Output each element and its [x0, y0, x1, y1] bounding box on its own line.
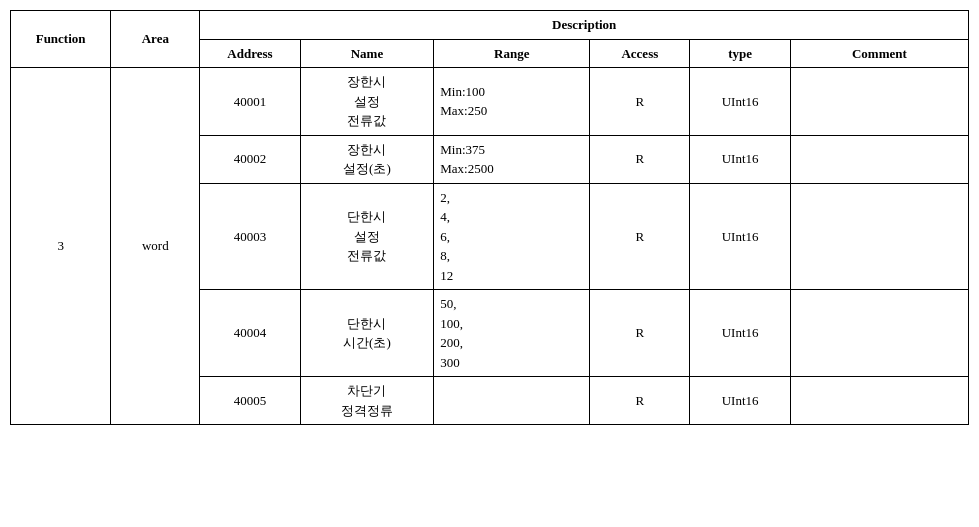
address-header: Address: [200, 39, 300, 68]
description-header: Description: [200, 11, 969, 40]
name-header: Name: [300, 39, 434, 68]
access-cell: R: [590, 183, 690, 290]
table-row: 3 word 40001 장한시설정전류값 Min:100Max:250 R U…: [11, 68, 969, 136]
function-cell: 3: [11, 68, 111, 425]
comment-cell: [790, 135, 968, 183]
address-cell: 40004: [200, 290, 300, 377]
access-header: Access: [590, 39, 690, 68]
type-cell: UInt16: [690, 290, 790, 377]
access-cell: R: [590, 377, 690, 425]
type-cell: UInt16: [690, 377, 790, 425]
address-cell: 40005: [200, 377, 300, 425]
address-cell: 40001: [200, 68, 300, 136]
function-header: Function: [11, 11, 111, 68]
name-cell: 차단기정격정류: [300, 377, 434, 425]
range-cell: 2,4,6,8,12: [434, 183, 590, 290]
comment-cell: [790, 290, 968, 377]
area-cell: word: [111, 68, 200, 425]
access-cell: R: [590, 135, 690, 183]
area-header: Area: [111, 11, 200, 68]
comment-cell: [790, 377, 968, 425]
range-cell: 50,100,200,300: [434, 290, 590, 377]
name-cell: 단한시설정전류값: [300, 183, 434, 290]
range-header: Range: [434, 39, 590, 68]
range-cell: Min:375Max:2500: [434, 135, 590, 183]
range-cell: [434, 377, 590, 425]
name-cell: 단한시시간(초): [300, 290, 434, 377]
comment-cell: [790, 183, 968, 290]
type-cell: UInt16: [690, 68, 790, 136]
access-cell: R: [590, 290, 690, 377]
range-cell: Min:100Max:250: [434, 68, 590, 136]
type-cell: UInt16: [690, 135, 790, 183]
comment-header: Comment: [790, 39, 968, 68]
access-cell: R: [590, 68, 690, 136]
type-header: type: [690, 39, 790, 68]
comment-cell: [790, 68, 968, 136]
address-cell: 40003: [200, 183, 300, 290]
type-cell: UInt16: [690, 183, 790, 290]
name-cell: 장한시설정전류값: [300, 68, 434, 136]
name-cell: 장한시설정(초): [300, 135, 434, 183]
address-cell: 40002: [200, 135, 300, 183]
